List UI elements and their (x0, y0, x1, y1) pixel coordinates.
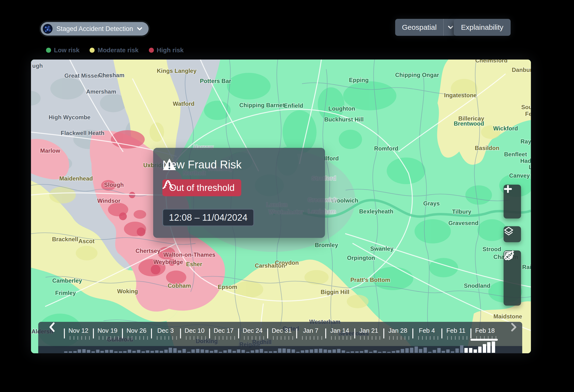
timeline-minor-tick (317, 336, 318, 340)
timeline-minor-tick (176, 336, 177, 340)
threshold-status-badge: Out of threshold (162, 179, 241, 196)
timeline-minor-tick (455, 336, 456, 340)
town-label: Biggin Hill (321, 289, 349, 295)
timeline-minor-tick (401, 336, 401, 340)
town-label: Bexleyheath (359, 208, 393, 215)
timeline-minor-tick (331, 336, 332, 340)
timeline-minor-tick (335, 336, 336, 340)
timeline-date-feb-18[interactable]: Feb 18 (471, 327, 499, 334)
timeline-date-nov-12[interactable]: Nov 12 (64, 327, 93, 334)
timeline-minor-tick (205, 336, 206, 340)
town-label: Ascot (78, 238, 95, 244)
timeline-minor-tick (248, 336, 248, 340)
layers-button[interactable] (504, 226, 521, 242)
town-label: Chipping Barnet (239, 102, 285, 108)
timeline-date-feb-4[interactable]: Feb 4 (412, 327, 441, 334)
timeline-minor-tick (418, 336, 419, 340)
town-label: Wickford (493, 125, 518, 132)
timeline-date-dec-31[interactable]: Dec 31 (267, 327, 296, 334)
timeline-date-feb-11[interactable]: Feb 11 (441, 327, 471, 334)
legend-dot-icon (149, 48, 154, 53)
timeline-date-nov-26[interactable]: Nov 26 (122, 327, 151, 334)
timeline-minor-tick (277, 336, 278, 340)
draw-tools-group (504, 250, 521, 306)
town-label: Watford (173, 101, 195, 107)
timeline-date-jan-14[interactable]: Jan 14 (325, 327, 354, 334)
town-label: Billericay (458, 115, 484, 122)
timeline-date-jan-28[interactable]: Jan 28 (383, 327, 412, 334)
timeline-date-jan-21[interactable]: Jan 21 (354, 327, 383, 334)
timeline-minor-tick (467, 336, 467, 340)
explainability-button[interactable]: Explainability (454, 19, 511, 36)
town-label: Canvey Island (509, 172, 531, 179)
histogram-strip[interactable] (38, 346, 522, 353)
timeline-minor-tick (89, 336, 90, 340)
town-label: Camberley (52, 277, 82, 284)
geospatial-button[interactable]: Geospatial (395, 19, 458, 36)
town-label: Bromley (315, 242, 338, 248)
town-label: Hadleigh (520, 158, 531, 164)
town-label: Walton-on-Thames (163, 251, 215, 258)
notes-button[interactable] (504, 288, 521, 305)
timeline-minor-tick (292, 336, 293, 340)
timeline-date-dec-3[interactable]: Dec 3 (151, 327, 180, 334)
town-label: Weybridge (153, 259, 183, 265)
chevron-down-icon[interactable] (448, 26, 453, 29)
timeline-minor-tick (157, 336, 158, 340)
timeline-minor-tick (281, 336, 281, 340)
timeline-minor-tick (114, 336, 115, 340)
map-canvas[interactable]: ughGreat MissendenCheshamKings LangleyPo… (31, 60, 531, 353)
timeline-minor-tick (288, 336, 289, 340)
chevron-right-icon[interactable] (509, 322, 518, 332)
timeline-minor-tick (215, 336, 216, 340)
timeline-date-dec-17[interactable]: Dec 17 (209, 327, 238, 334)
badge-label: Out of threshold (169, 183, 234, 193)
town-label: Croydon (275, 259, 299, 266)
town-label: Maidstone (493, 313, 522, 320)
timeline-minor-tick (85, 336, 86, 340)
timeline-minor-tick (186, 336, 186, 340)
town-label: Tilbury (452, 208, 472, 215)
timeline-minor-tick (310, 336, 310, 340)
town-label: Maidenhead (59, 175, 93, 182)
timeline-minor-tick (263, 336, 264, 340)
selected-range-indicator (471, 339, 498, 341)
timeline-minor-tick (201, 336, 202, 340)
timeline-date-nov-19[interactable]: Nov 19 (93, 327, 122, 334)
legend-dot-icon (46, 48, 51, 53)
timeline-minor-tick (244, 336, 245, 340)
timeline-date-dec-10[interactable]: Dec 10 (180, 327, 209, 334)
timeline-minor-tick (285, 336, 285, 340)
town-label: Pratt's Bottom (350, 277, 390, 283)
town-label: Marlow (40, 147, 60, 154)
town-label: Frimley (55, 290, 76, 296)
town-label: Romford (374, 145, 398, 152)
timeline-minor-tick (302, 336, 303, 340)
town-label: Strood (483, 246, 501, 252)
town-label: Grays (423, 200, 440, 207)
model-selector-dropdown[interactable]: Staged Accident Detection (41, 22, 149, 36)
timeline-minor-tick (256, 336, 256, 340)
town-label: Esher (186, 261, 202, 267)
timeline-minor-tick (451, 336, 452, 340)
town-label: Epping (349, 77, 369, 83)
timeline-minor-tick (273, 336, 274, 340)
timeline-minor-tick (128, 336, 128, 340)
measure-button[interactable] (504, 269, 521, 287)
chevron-left-icon[interactable] (47, 322, 57, 332)
timeline-minor-tick (190, 336, 190, 340)
timeline-date-jan-7[interactable]: Jan 7 (296, 327, 325, 334)
explainability-label: Explainability (461, 23, 503, 31)
timeline-minor-tick (161, 336, 162, 340)
alert-timestamp: 12:08 – 11/04/2024 (162, 209, 254, 226)
town-label: Lei (529, 164, 531, 170)
timeline-minor-tick (376, 336, 376, 340)
timeline-date-dec-24[interactable]: Dec 24 (238, 327, 267, 334)
town-label: Enfield (284, 102, 303, 109)
timeline-scrubber[interactable]: Nov 12Nov 19Nov 26Dec 3Dec 10Dec 17Dec 2… (38, 322, 522, 346)
timeline-minor-tick (463, 336, 463, 340)
timeline-minor-tick (364, 336, 365, 340)
timeline-minor-tick (74, 336, 74, 340)
timeline-minor-tick (102, 336, 103, 340)
zoom-out-button[interactable] (504, 202, 521, 219)
